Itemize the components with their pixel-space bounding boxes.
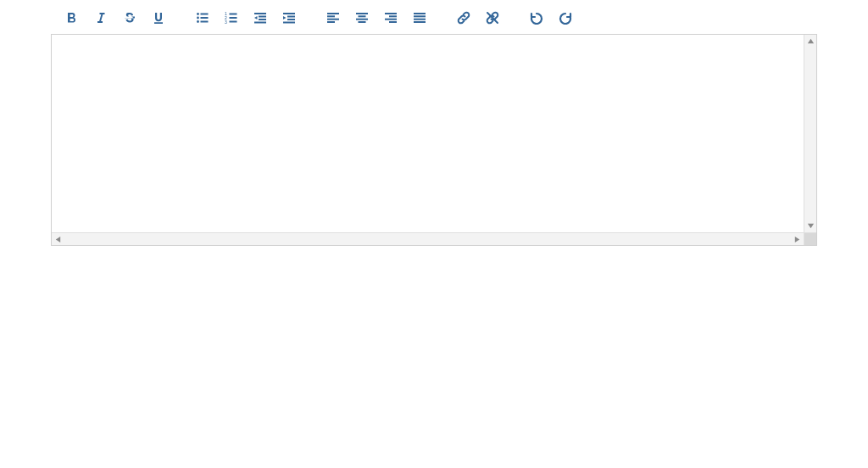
unlink-icon — [486, 11, 499, 25]
align-center-icon — [355, 11, 369, 25]
toolbar-separator — [173, 7, 188, 29]
outdent-icon — [253, 11, 267, 25]
undo-button[interactable] — [522, 7, 551, 29]
vertical-scrollbar[interactable] — [804, 35, 816, 232]
list-ul-icon — [196, 11, 209, 25]
link-button[interactable] — [449, 7, 478, 29]
editor-toolbar — [0, 5, 868, 34]
redo-icon — [559, 11, 572, 25]
scroll-left-arrow-icon[interactable] — [52, 233, 64, 245]
scroll-right-arrow-icon[interactable] — [791, 233, 804, 245]
align-left-icon — [326, 11, 340, 25]
align-left-button[interactable] — [319, 7, 348, 29]
strike-button[interactable] — [115, 7, 144, 29]
bold-icon — [65, 11, 79, 25]
outdent-button[interactable] — [246, 7, 275, 29]
list-ol-icon — [225, 11, 238, 25]
align-right-icon — [384, 11, 398, 25]
indent-button[interactable] — [275, 7, 303, 29]
rich-text-editor — [0, 0, 868, 246]
bold-button[interactable] — [58, 7, 86, 29]
scroll-up-arrow-icon[interactable] — [804, 35, 816, 47]
toolbar-separator — [303, 7, 319, 29]
align-center-button[interactable] — [348, 7, 376, 29]
italic-icon — [94, 11, 108, 25]
align-justify-icon — [413, 11, 426, 25]
align-right-button[interactable] — [376, 7, 405, 29]
italic-button[interactable] — [86, 7, 115, 29]
ul-button[interactable] — [188, 7, 217, 29]
editor-content[interactable] — [52, 35, 804, 232]
indent-icon — [282, 11, 296, 25]
underline-icon — [152, 11, 165, 25]
toolbar-separator — [434, 7, 449, 29]
scroll-down-arrow-icon[interactable] — [804, 220, 816, 232]
horizontal-scrollbar[interactable] — [52, 232, 804, 245]
align-justify-button[interactable] — [405, 7, 434, 29]
unlink-button[interactable] — [478, 7, 507, 29]
toolbar-separator — [507, 7, 522, 29]
strikethrough-icon — [123, 11, 136, 25]
redo-button[interactable] — [551, 7, 580, 29]
ol-button[interactable] — [217, 7, 246, 29]
scroll-corner — [804, 232, 816, 245]
undo-icon — [530, 11, 543, 25]
link-icon — [457, 11, 470, 25]
editor-frame — [51, 34, 817, 246]
underline-button[interactable] — [144, 7, 173, 29]
